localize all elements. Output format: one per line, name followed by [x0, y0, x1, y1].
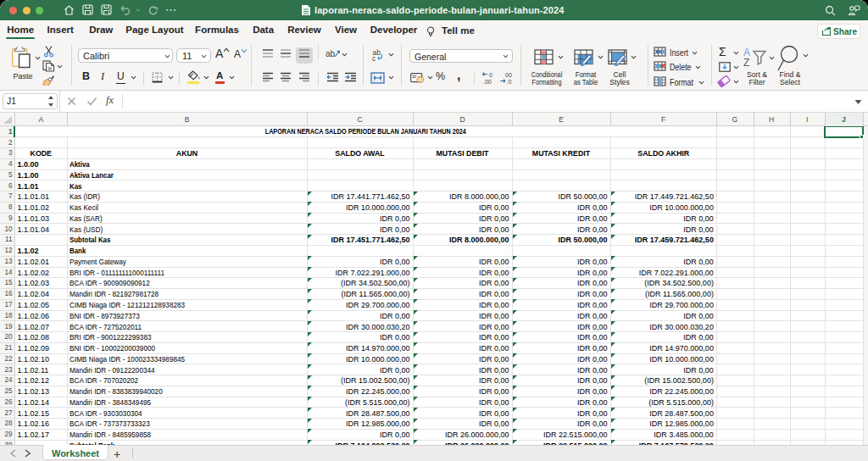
- svg-text:ab: ab: [326, 49, 336, 58]
- svg-text:.00: .00: [483, 79, 492, 85]
- svg-text:Z: Z: [743, 57, 749, 68]
- svg-text:00: 00: [505, 72, 512, 78]
- svg-text:0: 0: [489, 72, 492, 78]
- svg-text:.0: .0: [507, 79, 512, 85]
